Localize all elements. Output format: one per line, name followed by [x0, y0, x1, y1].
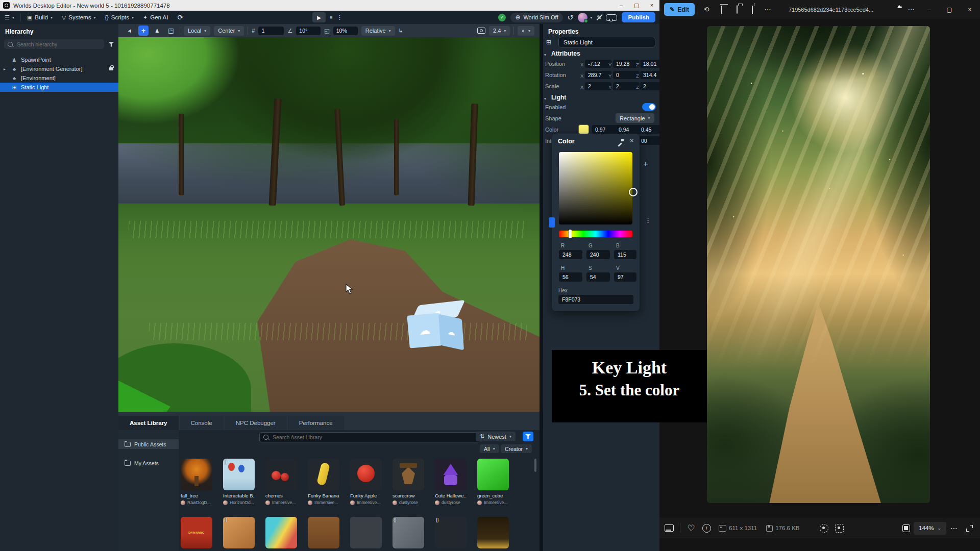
share-icon[interactable]	[745, 6, 760, 13]
asset-card[interactable]: fall_tree RawDogD...	[181, 459, 212, 505]
fit-to-window-icon[interactable]	[898, 524, 914, 532]
move-tool-icon[interactable]: +	[138, 26, 149, 36]
hierarchy-item-environment[interactable]: ♣ [Environment]	[0, 73, 118, 83]
asset-card[interactable]: green_cube Immersive...	[477, 459, 509, 505]
filmstrip-icon[interactable]	[662, 524, 677, 532]
hierarchy-search-input[interactable]	[16, 41, 101, 48]
asset-card[interactable]	[350, 517, 382, 548]
tab-performance[interactable]: Performance	[288, 416, 344, 430]
stop-button[interactable]: ■	[330, 15, 332, 20]
sync-button[interactable]: ⟳	[173, 11, 188, 24]
collapse-icon[interactable]: ▾	[544, 96, 546, 101]
account-menu[interactable]: ▾	[578, 13, 592, 22]
hierarchy-item-environment-generator[interactable]: ▸ ♣ [Environment Generator]	[0, 64, 118, 73]
light-gizmo-cube-side[interactable]: ☁	[438, 314, 464, 350]
visual-search-icon[interactable]	[817, 524, 832, 533]
rotation-x-field[interactable]: 289.7	[585, 71, 611, 79]
sort-dropdown[interactable]: ⇅ Newest ▾	[476, 432, 516, 441]
snap-to-surface-icon[interactable]: ↳	[399, 28, 403, 34]
minimize-button[interactable]: –	[919, 0, 939, 19]
close-button[interactable]: ×	[960, 0, 980, 19]
mode-dropdown[interactable]: Relative ▾	[361, 26, 395, 36]
b-field[interactable]: 115	[614, 250, 636, 259]
hierarchy-item-static-light[interactable]: ⊞ Static Light	[0, 83, 118, 92]
asset-card[interactable]: cherries Immersive...	[265, 459, 297, 505]
frame-tool-icon[interactable]: ◳	[166, 26, 176, 36]
close-button[interactable]: ×	[644, 2, 659, 9]
menu-systems[interactable]: ▽ Systems ▾	[57, 11, 101, 24]
text-extract-icon[interactable]	[832, 524, 847, 533]
play-button[interactable]: ▶	[312, 12, 326, 22]
sidebar-item-public-assets[interactable]: Public Assets	[118, 439, 179, 449]
scale-snap-field[interactable]: 10%	[333, 27, 358, 35]
entity-name-field[interactable]: Static Light	[558, 37, 655, 48]
person-tool-icon[interactable]: ♟	[152, 26, 162, 36]
g-field[interactable]: 240	[586, 250, 610, 259]
filter-creator-dropdown[interactable]: Creator ▾	[501, 444, 532, 453]
light-color-swatch[interactable]	[578, 124, 589, 134]
hierarchy-item-spawnpoint[interactable]: ♟ SpawnPoint	[0, 55, 118, 64]
hue-slider-handle[interactable]	[569, 230, 572, 238]
asset-card[interactable]: {}	[223, 517, 255, 548]
asset-card[interactable]: {} Interactable B... HorizonOd...	[223, 459, 255, 505]
shape-dropdown[interactable]: Rectangle ▾	[616, 113, 654, 123]
asset-search[interactable]	[259, 432, 481, 442]
maximize-button[interactable]: ▢	[629, 2, 644, 9]
asset-grid-scrollbar[interactable]	[534, 459, 536, 472]
asset-card[interactable]: Funky Apple Immersive...	[350, 459, 382, 505]
info-icon[interactable]: i	[699, 524, 714, 533]
pen-disabled-icon[interactable]: ✎	[597, 14, 601, 21]
saturation-value-area[interactable]	[559, 152, 632, 224]
asset-filter-button[interactable]	[523, 432, 533, 441]
menu-gen-ai[interactable]: ✦ Gen AI	[138, 11, 173, 24]
scale-x-field[interactable]: 2	[585, 82, 611, 90]
light-gizmo-cube[interactable]: ☁	[407, 313, 442, 348]
tab-asset-library[interactable]: Asset Library	[118, 416, 179, 430]
hex-field[interactable]: F8F073	[558, 295, 633, 304]
delete-icon[interactable]	[714, 6, 729, 13]
color-r-field[interactable]: 0.97	[592, 125, 618, 134]
more-titlebar-icon[interactable]: ⋯	[903, 6, 919, 13]
environment-visibility-dropdown[interactable]: ◐ ▾	[518, 26, 534, 36]
tab-console[interactable]: Console	[180, 416, 224, 430]
asset-card[interactable]: scarecrow dustyrose	[393, 459, 424, 505]
collapse-icon[interactable]: ▾	[544, 53, 546, 57]
asset-card[interactable]: Cute Hallowe... dustyrose	[435, 459, 467, 505]
tab-npc-debugger[interactable]: NPC Debugger	[225, 416, 287, 430]
asset-search-input[interactable]	[272, 434, 477, 441]
menu-scripts[interactable]: {} Scripts ▾	[100, 11, 138, 24]
menu-build[interactable]: ▣ Build ▾	[22, 11, 57, 24]
position-x-field[interactable]: -7.12	[585, 60, 611, 68]
filter-type-dropdown[interactable]: All ▾	[480, 444, 499, 453]
publish-button[interactable]: Publish	[622, 12, 655, 22]
hierarchy-filter-icon[interactable]	[108, 42, 114, 47]
add-button[interactable]: +	[643, 159, 648, 169]
hierarchy-search[interactable]	[4, 39, 104, 49]
asset-card[interactable]	[265, 517, 297, 548]
print-icon[interactable]	[729, 6, 745, 13]
sidebar-item-my-assets[interactable]: My Assets	[118, 458, 179, 468]
s-field[interactable]: 54	[586, 272, 610, 282]
asset-card[interactable]: {}	[435, 517, 467, 548]
more-actions-icon[interactable]: ⋯	[760, 6, 775, 13]
maximize-button[interactable]: ▢	[939, 0, 960, 19]
zoom-dropdown[interactable]: 144% ⌄	[914, 522, 946, 535]
grid-snap-field[interactable]: 1	[258, 27, 284, 35]
rotate-icon[interactable]: ⟲	[699, 6, 714, 13]
r-field[interactable]: 248	[559, 250, 582, 259]
edit-button[interactable]: ✎ Edit	[664, 3, 695, 16]
minimize-button[interactable]: –	[614, 2, 629, 9]
angle-snap-field[interactable]: 10°	[296, 27, 321, 35]
asset-card[interactable]: DYNAMIC	[181, 517, 212, 548]
select-tool-icon[interactable]: ➤	[122, 23, 136, 37]
asset-card[interactable]	[477, 517, 509, 548]
asset-card[interactable]	[308, 517, 339, 548]
v-field[interactable]: 97	[614, 272, 636, 282]
color-g-field[interactable]: 0.94	[616, 125, 641, 134]
eyedropper-icon[interactable]	[617, 139, 624, 145]
saved-color-swatch[interactable]	[549, 217, 555, 228]
more-playback-button[interactable]: ⋮	[336, 14, 342, 21]
saturation-value-selector[interactable]	[629, 188, 638, 196]
close-popup-icon[interactable]: ×	[630, 137, 634, 144]
enabled-toggle[interactable]	[642, 103, 656, 111]
